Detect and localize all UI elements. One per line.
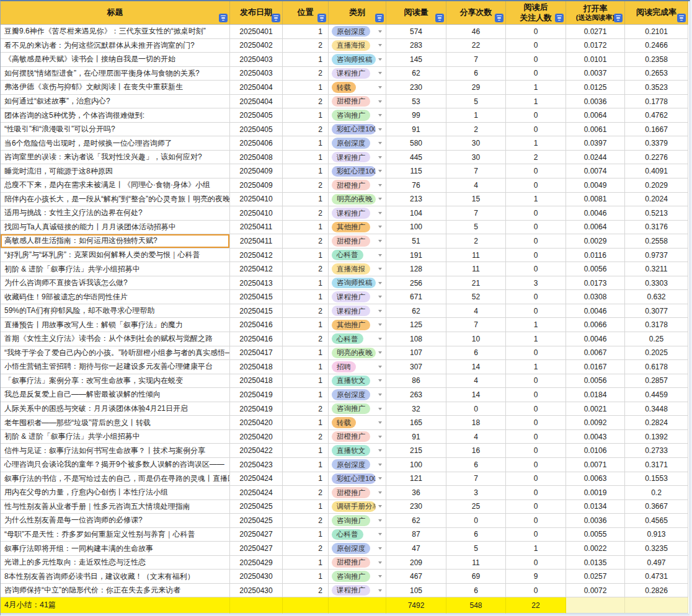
position-cell[interactable]: 1 — [283, 444, 329, 458]
chevron-down-icon[interactable] — [378, 100, 382, 103]
open-rate-cell[interactable]: 0.0244 — [566, 151, 625, 165]
category-cell[interactable]: 心科普 — [329, 249, 386, 263]
shares-cell[interactable]: 5 — [446, 95, 506, 109]
open-rate-cell[interactable]: 0.0116 — [566, 249, 625, 263]
completion-rate-cell[interactable]: 0.2733 — [625, 444, 688, 458]
follows-cell[interactable]: 0 — [506, 514, 566, 528]
position-cell[interactable]: 2 — [283, 67, 329, 81]
position-cell[interactable]: 2 — [283, 542, 329, 556]
completion-rate-cell[interactable]: 0.2826 — [625, 584, 688, 598]
position-cell[interactable]: 1 — [283, 374, 329, 389]
title-cell[interactable]: 8本性别友善咨询师必读书目，建议收藏！（文末有福利） — [1, 570, 230, 584]
title-cell[interactable]: 59%的TA们有抑郁风险，却不敢寻求心理帮助 — [1, 304, 230, 319]
category-cell[interactable]: 原创深度 — [329, 542, 386, 556]
shares-cell[interactable]: 4 — [446, 430, 506, 444]
position-cell[interactable]: 1 — [283, 151, 329, 165]
follows-cell[interactable]: 0 — [506, 39, 566, 53]
reads-cell[interactable]: 191 — [386, 249, 446, 263]
date-cell[interactable]: 20250424 — [230, 486, 283, 500]
title-cell[interactable]: “我终于学会了爱自己内心的小孩。”聆听甜橙小组参与者的真实感悟—— — [1, 346, 230, 361]
open-rate-cell[interactable]: 0.0046 — [566, 206, 625, 221]
date-cell[interactable]: 20250413 — [230, 276, 283, 291]
reads-cell[interactable]: 36 — [386, 486, 446, 500]
position-cell[interactable]: 1 — [283, 53, 329, 67]
position-cell[interactable]: 1 — [283, 346, 329, 361]
title-cell[interactable]: 弗洛伊德《哀伤与抑郁》文献阅读丨在丧失中重获新生 — [1, 81, 230, 95]
title-cell[interactable]: “好乳房”与“坏乳房”：克莱因如何解释人类的爱与恨｜心科普 — [1, 249, 230, 263]
follows-cell[interactable]: 1 — [506, 542, 566, 556]
follows-cell[interactable]: 0 — [506, 374, 566, 389]
open-rate-cell[interactable]: 0.0184 — [566, 388, 625, 402]
summary-shares-total[interactable]: 548 — [446, 597, 506, 614]
completion-rate-cell[interactable]: 0.3171 — [625, 458, 688, 472]
chevron-down-icon[interactable] — [378, 142, 382, 144]
shares-cell[interactable]: 69 — [446, 570, 506, 584]
position-cell[interactable]: 2 — [283, 123, 329, 137]
reads-cell[interactable]: 62 — [386, 67, 446, 81]
follows-cell[interactable]: 1 — [506, 81, 566, 95]
date-cell[interactable]: 20250412 — [230, 262, 283, 276]
category-cell[interactable]: 咨询师投稿 — [329, 53, 386, 67]
completion-rate-cell[interactable]: 0.632 — [625, 290, 688, 304]
position-cell[interactable]: 1 — [283, 360, 329, 374]
reads-cell[interactable]: 165 — [386, 416, 446, 430]
shares-cell[interactable]: 2 — [446, 234, 506, 249]
reads-cell[interactable]: 32 — [386, 402, 446, 416]
shares-cell[interactable]: 4 — [446, 304, 506, 319]
title-cell[interactable]: 初阶 & 进阶「叙事疗法」共学小组招募中 — [1, 262, 230, 276]
reads-cell[interactable]: 671 — [386, 290, 446, 304]
position-cell[interactable]: 1 — [283, 221, 329, 235]
chevron-down-icon[interactable] — [378, 519, 382, 522]
header-cell-6[interactable]: 阅读后关注人数 — [506, 1, 566, 25]
open-rate-cell[interactable]: 0.0092 — [566, 416, 625, 430]
date-cell[interactable]: 20250405 — [230, 123, 283, 137]
title-cell[interactable]: 首期《女性主义疗法》读书会：从个体到社会的赋权与觉醒之路 — [1, 332, 230, 346]
position-cell[interactable]: 2 — [283, 514, 329, 528]
follows-cell[interactable]: 0 — [506, 53, 566, 67]
summary-reads-total[interactable]: 7492 — [386, 597, 446, 614]
chevron-down-icon[interactable] — [378, 114, 382, 117]
completion-rate-cell[interactable]: 0.497 — [625, 556, 688, 570]
position-cell[interactable]: 1 — [283, 556, 329, 570]
chevron-down-icon[interactable] — [378, 394, 382, 396]
completion-rate-cell[interactable]: 0.1553 — [625, 472, 688, 486]
chevron-down-icon[interactable] — [378, 128, 382, 131]
title-cell[interactable]: 初阶 & 进阶「叙事疗法」共学小组招募中 — [1, 430, 230, 444]
reads-cell[interactable]: 145 — [386, 53, 446, 67]
category-cell[interactable]: 课程推广 — [329, 584, 386, 598]
category-cell[interactable]: 甜橙推广 — [329, 430, 386, 444]
date-cell[interactable]: 20250404 — [230, 81, 283, 95]
follows-cell[interactable]: 1 — [506, 95, 566, 109]
reads-cell[interactable]: 100 — [386, 458, 446, 472]
category-cell[interactable]: 心科普 — [329, 332, 386, 346]
date-cell[interactable]: 20250409 — [230, 178, 283, 193]
reads-cell[interactable]: 307 — [386, 360, 446, 374]
completion-rate-cell[interactable]: 0.25 — [625, 332, 688, 346]
chevron-down-icon[interactable] — [378, 268, 382, 270]
follows-cell[interactable]: 0 — [506, 262, 566, 276]
shares-cell[interactable]: 6 — [446, 584, 506, 598]
follows-cell[interactable]: 0 — [506, 164, 566, 178]
chevron-down-icon[interactable] — [378, 533, 382, 535]
title-cell[interactable]: 人际关系中的困惑与突破：月月谈团体体验4月21日开启 — [1, 402, 230, 416]
header-cell-4[interactable]: 阅读量 — [386, 1, 446, 25]
open-rate-cell[interactable]: 0.0046 — [566, 304, 625, 319]
category-cell[interactable]: 调研手册分享 — [329, 500, 386, 514]
open-rate-cell[interactable]: 0.0063 — [566, 472, 625, 486]
date-cell[interactable]: 20250427 — [230, 542, 283, 556]
completion-rate-cell[interactable]: 0.2024 — [625, 193, 688, 207]
reads-cell[interactable]: 105 — [386, 584, 446, 598]
summary-empty-pos[interactable] — [283, 597, 329, 614]
reads-cell[interactable]: 99 — [386, 108, 446, 123]
date-cell[interactable]: 20250415 — [230, 290, 283, 304]
position-cell[interactable]: 1 — [283, 81, 329, 95]
open-rate-cell[interactable]: 0.0134 — [566, 500, 625, 514]
position-cell[interactable]: 1 — [283, 193, 329, 207]
follows-cell[interactable]: 0 — [506, 123, 566, 137]
open-rate-cell[interactable]: 0.0397 — [566, 136, 625, 151]
shares-cell[interactable]: 6 — [446, 67, 506, 81]
shares-cell[interactable]: 0 — [446, 514, 506, 528]
reads-cell[interactable]: 91 — [386, 123, 446, 137]
position-cell[interactable]: 1 — [283, 249, 329, 263]
completion-rate-cell[interactable]: 0.2025 — [625, 346, 688, 361]
